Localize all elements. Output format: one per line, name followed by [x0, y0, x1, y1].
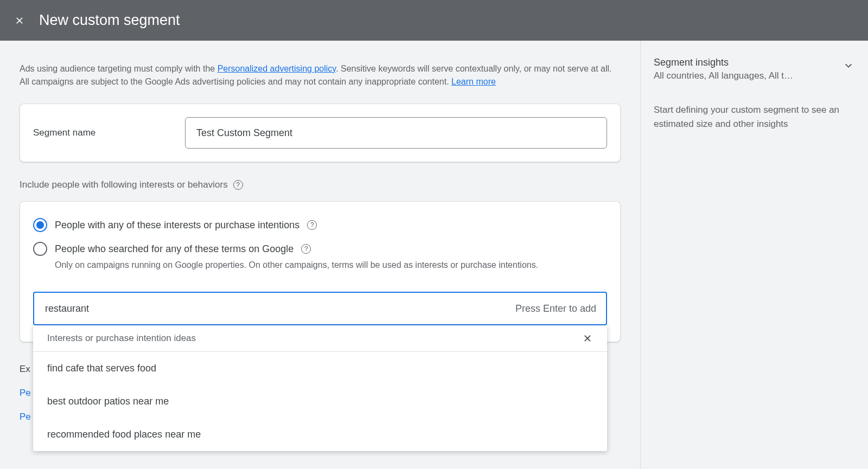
insights-title: Segment insights	[654, 57, 795, 68]
policy-link[interactable]: Personalized advertising policy	[218, 64, 336, 73]
learn-more-link[interactable]: Learn more	[451, 77, 496, 86]
dialog-header: New custom segment	[0, 0, 868, 41]
insights-sidebar: Segment insights All countries, All lang…	[640, 41, 868, 469]
keyword-search-input[interactable]	[33, 292, 607, 325]
policy-notice: Ads using audience targeting must comply…	[20, 62, 621, 88]
help-icon[interactable]: ?	[307, 220, 317, 230]
dialog-title: New custom segment	[39, 12, 180, 29]
radio-interests[interactable]	[33, 218, 47, 232]
help-icon[interactable]: ?	[233, 180, 243, 190]
close-icon	[582, 333, 593, 344]
insights-subtitle: All countries, All languages, All typ…	[654, 70, 795, 81]
dropdown-header: Interests or purchase intention ideas	[33, 325, 607, 352]
include-section-label: Include people with following interests …	[20, 179, 621, 190]
radio-searched-subtext: Only on campaigns running on Google prop…	[55, 260, 607, 270]
help-icon[interactable]: ?	[301, 244, 311, 254]
radio-searched[interactable]	[33, 242, 47, 256]
segment-name-card: Segment name	[20, 104, 621, 162]
insights-toggle[interactable]	[842, 59, 855, 74]
radio-option-interests[interactable]: People with any of these interests or pu…	[33, 218, 607, 232]
insights-header[interactable]: Segment insights All countries, All lang…	[654, 57, 855, 81]
suggestion-item[interactable]: best outdoor patios near me	[33, 385, 607, 418]
suggestions-dropdown: Interests or purchase intention ideas fi…	[33, 325, 607, 451]
chevron-down-icon	[842, 59, 855, 72]
radio-option-searched[interactable]: People who searched for any of these ter…	[33, 242, 607, 256]
close-icon	[14, 15, 25, 26]
keyword-search-wrapper: Press Enter to add Interests or purchase…	[33, 292, 607, 325]
suggestion-item[interactable]: find cafe that serves food	[33, 352, 607, 385]
main-content: Ads using audience targeting must comply…	[0, 41, 640, 469]
segment-name-label: Segment name	[33, 127, 163, 138]
close-button[interactable]	[13, 14, 26, 27]
segment-name-input[interactable]	[185, 117, 607, 149]
suggestion-item[interactable]: recommended food places near me	[33, 418, 607, 451]
dropdown-close-button[interactable]	[582, 333, 593, 344]
options-card: People with any of these interests or pu…	[20, 201, 621, 342]
insights-description: Start defining your custom segment to se…	[654, 103, 855, 131]
